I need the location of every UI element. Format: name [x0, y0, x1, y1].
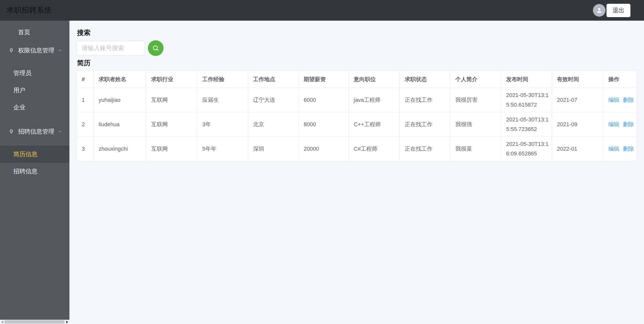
cell-name: zhouxingchi — [94, 137, 146, 161]
cell-position: java工程师 — [349, 88, 400, 112]
sidebar-item-admin[interactable]: 管理员 — [0, 64, 69, 82]
table-row: 1 yuhaijiao 互联网 应届生 辽宁大连 6000 java工程师 正在… — [77, 88, 637, 112]
col-header-publish-time: 发布时间 — [501, 71, 552, 88]
sidebar-item-user[interactable]: 用户 — [0, 82, 69, 99]
cell-salary: 8000 — [299, 112, 349, 137]
grid-icon — [9, 29, 14, 35]
cell-status: 正在找工作 — [400, 137, 450, 161]
cell-position: C++工程师 — [349, 112, 400, 137]
col-header-index: # — [77, 71, 94, 88]
sidebar-item-recruit-mgmt[interactable]: 招聘信息管理 — [0, 122, 69, 141]
scroll-right-arrow[interactable] — [66, 321, 68, 323]
submenu-permission: 管理员 用户 企业 — [0, 59, 69, 122]
cell-valid-time: 2022-01 — [552, 137, 603, 161]
cell-publish-time: 2021-05-30T13:15:50.615872 — [501, 88, 552, 112]
cell-experience: 3年 — [197, 112, 248, 137]
cell-valid-time: 2021-09 — [552, 112, 603, 137]
sidebar: 首页 权限信息管理 管理员 用户 企业 — [0, 21, 69, 320]
cell-publish-time: 2021-05-30T13:16:09.652865 — [501, 137, 552, 161]
main-content: 搜索 简历 # 求职者姓名 求职行业 工作经验 工作地点 期望薪资 意向职位 — [69, 21, 644, 324]
cell-name: yuhaijiao — [94, 88, 146, 112]
sidebar-item-resume-info[interactable]: 简历信息 — [0, 146, 69, 163]
edit-link[interactable]: 编辑 — [608, 121, 619, 127]
col-header-intro: 个人简介 — [450, 71, 501, 88]
col-header-name: 求职者姓名 — [94, 71, 146, 88]
cell-location: 辽宁大连 — [248, 88, 299, 112]
cell-industry: 互联网 — [146, 88, 197, 112]
col-header-actions: 操作 — [603, 71, 637, 88]
col-header-status: 求职状态 — [400, 71, 450, 88]
pin-icon — [9, 48, 14, 53]
cell-location: 北京 — [248, 112, 299, 137]
col-header-salary: 期望薪资 — [299, 71, 349, 88]
edit-link[interactable]: 编辑 — [608, 97, 619, 103]
search-section-title: 搜索 — [77, 28, 637, 37]
user-icon — [595, 7, 603, 14]
search-button[interactable] — [148, 40, 164, 56]
search-input[interactable] — [76, 41, 145, 55]
sidebar-menu: 首页 权限信息管理 管理员 用户 企业 — [0, 21, 69, 186]
cell-position: C#工程师 — [349, 137, 400, 161]
cell-status: 正在找工作 — [400, 88, 450, 112]
col-header-position: 意向职位 — [349, 71, 400, 88]
app-title: 求职招聘系统 — [7, 5, 52, 15]
avatar[interactable] — [593, 4, 606, 17]
cell-intro: 我很菜 — [450, 137, 501, 161]
col-header-experience: 工作经验 — [197, 71, 248, 88]
logout-button[interactable]: 退出 — [607, 4, 630, 17]
resume-section-title: 简历 — [77, 58, 637, 68]
delete-link[interactable]: 删除 — [623, 97, 634, 103]
col-header-industry: 求职行业 — [146, 71, 197, 88]
search-icon — [152, 44, 159, 52]
scroll-left-arrow[interactable] — [1, 321, 3, 323]
pin-icon — [9, 129, 14, 134]
chevron-up-icon — [57, 129, 63, 134]
cell-valid-time: 2021-07 — [552, 88, 603, 112]
cell-experience: 应届生 — [197, 88, 248, 112]
cell-experience: 5年年 — [197, 137, 248, 161]
table-header-row: # 求职者姓名 求职行业 工作经验 工作地点 期望薪资 意向职位 求职状态 个人… — [77, 71, 637, 88]
table-row: 2 liudehua 互联网 3年 北京 8000 C++工程师 正在找工作 我… — [77, 112, 637, 137]
cell-actions: 编辑 删除 — [603, 112, 637, 137]
cell-intro: 我很强 — [450, 112, 501, 137]
table-row: 3 zhouxingchi 互联网 5年年 深圳 20000 C#工程师 正在找… — [77, 137, 637, 161]
cell-salary: 6000 — [299, 88, 349, 112]
cell-intro: 我很厉害 — [450, 88, 501, 112]
cell-actions: 编辑 删除 — [603, 88, 637, 112]
cell-industry: 互联网 — [146, 112, 197, 137]
cell-index: 3 — [77, 137, 94, 161]
cell-name: liudehua — [94, 112, 146, 137]
cell-location: 深圳 — [248, 137, 299, 161]
search-row — [76, 40, 637, 56]
sidebar-item-label: 招聘信息管理 — [18, 127, 54, 136]
submenu-recruit: 简历信息 招聘信息 — [0, 141, 69, 186]
edit-link[interactable]: 编辑 — [608, 146, 619, 152]
sidebar-item-label: 权限信息管理 — [18, 46, 54, 54]
cell-industry: 互联网 — [146, 137, 197, 161]
sidebar-item-recruit-info[interactable]: 招聘信息 — [0, 163, 69, 180]
sidebar-item-permission-mgmt[interactable]: 权限信息管理 — [0, 41, 69, 59]
cell-salary: 20000 — [299, 137, 349, 161]
header-right: 退出 — [593, 0, 630, 21]
delete-link[interactable]: 删除 — [623, 146, 634, 152]
sidebar-item-label: 首页 — [18, 28, 30, 36]
col-header-location: 工作地点 — [248, 71, 299, 88]
sidebar-item-enterprise[interactable]: 企业 — [0, 99, 69, 116]
cell-index: 2 — [77, 112, 94, 137]
sidebar-item-home[interactable]: 首页 — [0, 23, 69, 41]
cell-actions: 编辑 删除 — [603, 137, 637, 161]
scrollbar-thumb[interactable] — [5, 320, 64, 323]
delete-link[interactable]: 删除 — [623, 121, 634, 127]
cell-status: 正在找工作 — [400, 112, 450, 137]
app-header: 求职招聘系统 退出 — [0, 0, 644, 21]
cell-index: 1 — [77, 88, 94, 112]
resume-table: # 求职者姓名 求职行业 工作经验 工作地点 期望薪资 意向职位 求职状态 个人… — [76, 71, 637, 161]
cell-publish-time: 2021-05-30T13:15:55.723652 — [501, 112, 552, 137]
col-header-valid-time: 有效时间 — [552, 71, 603, 88]
horizontal-scrollbar[interactable] — [0, 320, 69, 324]
chevron-up-icon — [57, 48, 63, 53]
